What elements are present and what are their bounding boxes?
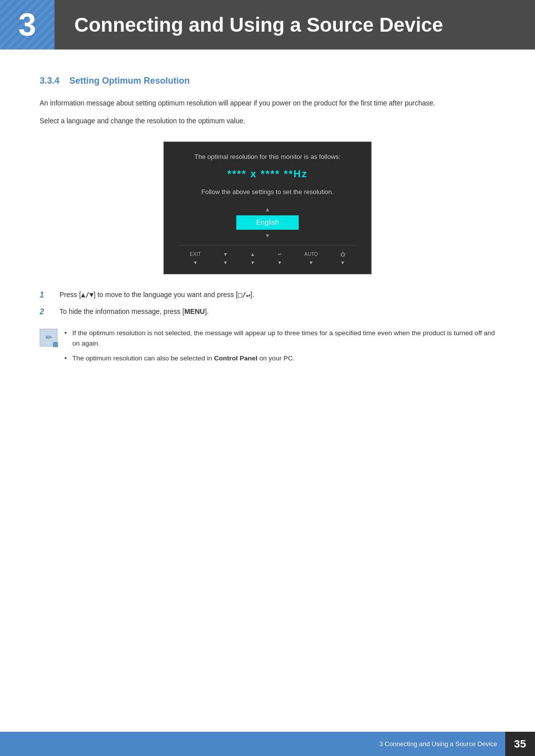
step-1: 1 Press [▲/▼] to move to the language yo…: [40, 289, 495, 301]
exit-arrow-icon: ▼: [193, 259, 198, 266]
monitor-resolution-text: **** x **** **Hz: [179, 166, 356, 181]
exit-label: EXIT: [190, 251, 201, 258]
monitor-auto-btn: AUTO ▼: [304, 251, 318, 266]
chapter-number: 3: [18, 1, 36, 49]
chapter-number-block: 3: [0, 0, 54, 50]
step-1-number: 1: [40, 289, 54, 301]
monitor-dialog-box: The optimal resolution for this monitor …: [163, 142, 372, 274]
page-footer: 3 Connecting and Using a Source Device 3…: [0, 732, 535, 756]
note-section: ✏ If the optimum resolution is not selec…: [40, 328, 495, 368]
footer-chapter-text: 3 Connecting and Using a Source Device: [372, 732, 505, 756]
enter-arrow-small: ▼: [277, 259, 282, 266]
step-2: 2 To hide the information message, press…: [40, 306, 495, 318]
monitor-dialog-line2: Follow the above settings to set the res…: [179, 187, 356, 197]
monitor-language-bar: English: [236, 215, 299, 230]
note-item-2: The optimum resolution can also be selec…: [64, 353, 495, 364]
chapter-title-block: Connecting and Using a Source Device: [54, 0, 535, 50]
section-title: Setting Optimum Resolution: [69, 76, 190, 86]
step-2-text: To hide the information message, press […: [59, 306, 209, 317]
down-icon: ▼: [223, 251, 228, 258]
body-paragraph-2: Select a language and change the resolut…: [40, 115, 495, 126]
up-arrow-small: ▼: [250, 259, 255, 266]
monitor-down-btn: ▼ ▼: [223, 251, 228, 266]
down-arrow-small: ▼: [223, 259, 228, 266]
section-number: 3.3.4: [40, 76, 59, 86]
monitor-arrow-up-icon: ▲: [265, 205, 270, 214]
monitor-language-selector: ▲ English ▼: [179, 205, 356, 240]
note-item-1: If the optimum resolution is not selecte…: [64, 328, 495, 349]
monitor-exit-btn: EXIT ▼: [190, 251, 201, 266]
monitor-enter-btn: ↵ ▼: [277, 251, 282, 266]
monitor-power-btn: ⏻ ▼: [340, 251, 345, 266]
note-bullets-list: If the optimum resolution is not selecte…: [64, 328, 495, 368]
auto-arrow-small: ▼: [309, 259, 314, 266]
page-header: 3 Connecting and Using a Source Device: [0, 0, 535, 50]
monitor-arrow-down-icon: ▼: [265, 231, 270, 240]
step-1-text: Press [▲/▼] to move to the language you …: [59, 289, 254, 300]
body-paragraph-1: An information message about setting opt…: [40, 98, 495, 108]
power-icon: ⏻: [340, 251, 345, 258]
monitor-dialog-line1: The optimal resolution for this monitor …: [179, 152, 356, 162]
pencil-icon: ✏: [46, 332, 52, 344]
section-heading: 3.3.4 Setting Optimum Resolution: [40, 74, 495, 88]
footer-page-number: 35: [505, 732, 535, 756]
monitor-footer-buttons: EXIT ▼ ▼ ▼ ▲ ▼ ↵ ▼ AUTO ▼ ⏻ ▼: [179, 245, 356, 266]
note-icon: ✏: [40, 329, 57, 347]
power-arrow-small: ▼: [340, 259, 345, 266]
step-2-number: 2: [40, 306, 54, 318]
auto-label: AUTO: [304, 251, 318, 258]
monitor-up-btn: ▲ ▼: [250, 251, 255, 266]
steps-container: 1 Press [▲/▼] to move to the language yo…: [40, 289, 495, 318]
up-icon: ▲: [250, 251, 255, 258]
chapter-title: Connecting and Using a Source Device: [74, 10, 443, 40]
enter-icon: ↵: [278, 251, 282, 258]
main-content: 3.3.4 Setting Optimum Resolution An info…: [0, 50, 535, 407]
